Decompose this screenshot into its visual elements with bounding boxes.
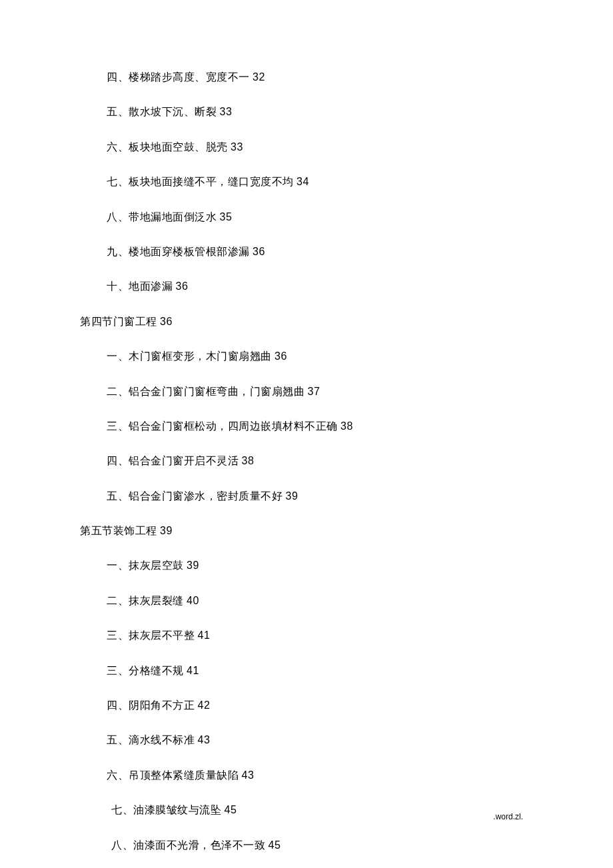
toc-page: 38 — [340, 420, 353, 432]
toc-text: 五、散水坡下沉、断裂 — [107, 106, 220, 117]
toc-entry: 二、铝合金门窗门窗框弯曲，门窗扇翘曲 37 — [80, 384, 533, 399]
toc-text: 十、地面渗漏 — [107, 280, 176, 292]
toc-page: 32 — [253, 71, 265, 83]
toc-entry: 六、板块地面空鼓、脱壳 33 — [80, 140, 533, 155]
toc-entry: 一、抹灰层空鼓 39 — [80, 558, 533, 573]
toc-entry: 八、带地漏地面倒泛水 35 — [80, 210, 533, 224]
toc-page: 36 — [160, 316, 173, 327]
toc-text: 三、分格缝不规 — [107, 665, 187, 676]
toc-text: 七、板块地面接缝不平，缝口宽度不均 — [107, 176, 297, 187]
toc-text: 四、楼梯踏步高度、宽度不一 — [107, 71, 253, 83]
toc-text: 二、铝合金门窗门窗框弯曲，门窗扇翘曲 — [107, 386, 308, 397]
toc-page: 37 — [308, 386, 320, 397]
toc-section-heading: 第五节装饰工程 39 — [80, 524, 533, 538]
toc-text: 八、带地漏地面倒泛水 — [107, 211, 220, 222]
toc-text: 三、铝合金门窗框松动，四周边嵌填材料不正确 — [107, 420, 340, 432]
toc-page: 43 — [198, 734, 211, 745]
toc-entry: 九、楼地面穿楼板管根部渗漏 36 — [80, 244, 533, 259]
toc-text: 六、吊顶整体紧缝质量缺陷 — [107, 769, 242, 781]
footer-text: .word.zl. — [493, 812, 523, 821]
toc-page: 36 — [253, 246, 265, 257]
toc-entry: 七、油漆膜皱纹与流坠 45 — [80, 803, 533, 817]
toc-page: 35 — [220, 211, 233, 222]
toc-entry: 三、抹灰层不平整 41 — [80, 628, 533, 643]
toc-entry: 四、铝合金门窗开启不灵活 38 — [80, 454, 533, 468]
toc-page: 34 — [297, 176, 309, 187]
toc-page: 33 — [220, 106, 233, 117]
toc-page: 39 — [187, 560, 199, 571]
toc-text: 二、抹灰层裂缝 — [107, 595, 187, 606]
toc-entry: 四、阴阳角不方正 42 — [80, 698, 533, 713]
toc-page: 36 — [275, 350, 287, 362]
toc-entry: 五、铝合金门窗渗水，密封质量不好 39 — [80, 489, 533, 504]
toc-section-heading: 第四节门窗工程 36 — [80, 314, 533, 329]
toc-entry: 四、楼梯踏步高度、宽度不一 32 — [80, 70, 533, 85]
toc-entry: 六、吊顶整体紧缝质量缺陷 43 — [80, 768, 533, 783]
toc-page: 42 — [198, 699, 211, 711]
toc-entry: 五、散水坡下沉、断裂 33 — [80, 105, 533, 119]
toc-entry: 七、板块地面接缝不平，缝口宽度不均 34 — [80, 175, 533, 189]
toc-text: 第四节门窗工程 — [80, 316, 160, 327]
toc-page: 33 — [231, 141, 243, 153]
toc-text: 三、抹灰层不平整 — [107, 630, 198, 641]
toc-page: 38 — [242, 455, 255, 466]
toc-entry: 三、分格缝不规 41 — [80, 663, 533, 678]
toc-text: 五、滴水线不标准 — [107, 734, 198, 745]
toc-text: 四、阴阳角不方正 — [107, 699, 198, 711]
toc-page: 39 — [286, 490, 299, 502]
toc-page: 40 — [187, 595, 199, 606]
toc-text: 一、抹灰层空鼓 — [107, 560, 187, 571]
toc-text: 一、木门窗框变形，木门窗扇翘曲 — [107, 350, 275, 362]
toc-entry: 二、抹灰层裂缝 40 — [80, 594, 533, 608]
toc-entry: 一、木门窗框变形，木门窗扇翘曲 36 — [80, 349, 533, 364]
toc-text: 五、铝合金门窗渗水，密封质量不好 — [107, 490, 286, 502]
toc-entry: 三、铝合金门窗框松动，四周边嵌填材料不正确 38 — [80, 419, 533, 434]
toc-page: 45 — [269, 839, 281, 851]
toc-page: 36 — [176, 280, 189, 292]
toc-page: 41 — [198, 630, 211, 641]
toc-page: 43 — [242, 769, 255, 781]
toc-text: 九、楼地面穿楼板管根部渗漏 — [107, 246, 253, 257]
document-page: 四、楼梯踏步高度、宽度不一 32 五、散水坡下沉、断裂 33 六、板块地面空鼓、… — [0, 0, 613, 868]
toc-text: 四、铝合金门窗开启不灵活 — [107, 455, 242, 466]
toc-text: 六、板块地面空鼓、脱壳 — [107, 141, 231, 153]
toc-page: 41 — [187, 665, 199, 676]
toc-text: 八、油漆面不光滑，色泽不一致 — [111, 839, 269, 851]
toc-entry: 五、滴水线不标准 43 — [80, 733, 533, 747]
toc-page: 45 — [225, 804, 237, 815]
toc-text: 第五节装饰工程 — [80, 525, 160, 536]
toc-entry: 八、油漆面不光滑，色泽不一致 45 — [80, 838, 533, 853]
toc-page: 39 — [160, 525, 173, 536]
toc-entry: 十、地面渗漏 36 — [80, 279, 533, 294]
toc-text: 七、油漆膜皱纹与流坠 — [111, 804, 225, 815]
